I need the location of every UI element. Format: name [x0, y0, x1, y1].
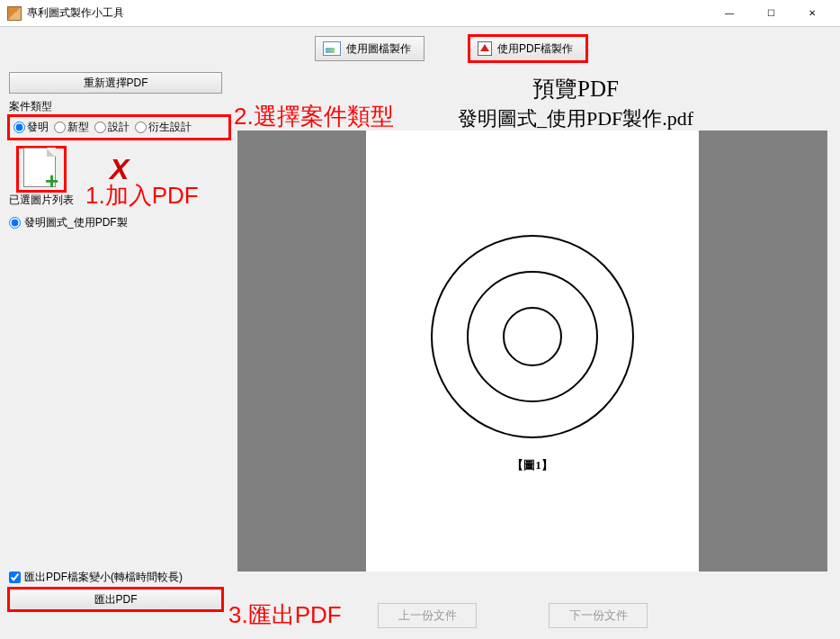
- radio-derived-input[interactable]: [135, 122, 147, 133]
- window-controls: ― ☐ ✕: [709, 0, 833, 27]
- left-panel: 重新選擇PDF 案件類型 發明 新型 設計 衍生設計 + X 已選圖片列表 發明…: [9, 72, 229, 610]
- radio-design-input[interactable]: [94, 122, 106, 133]
- case-type-radio-row: 發明 新型 設計 衍生設計: [9, 116, 229, 139]
- radio-invention-input[interactable]: [13, 122, 25, 133]
- shrink-checkbox-label: 匯出PDF檔案變小(轉檔時間較長): [24, 570, 183, 585]
- selected-list-label: 已選圖片列表: [9, 193, 229, 208]
- reselect-pdf-button[interactable]: 重新選擇PDF: [9, 72, 222, 94]
- file-list: 發明圖式_使用PDF製: [9, 213, 229, 564]
- annotation-2: 2.選擇案件類型: [234, 101, 394, 132]
- preview-filename: 發明圖式_使用PDF製作.pdf: [378, 105, 773, 132]
- annotation-3: 3.匯出PDF: [228, 599, 342, 631]
- delete-button[interactable]: X: [110, 153, 129, 186]
- top-button-row: 使用圖檔製作 使用PDF檔製作: [315, 36, 586, 61]
- radio-derived[interactable]: 衍生設計: [135, 120, 192, 135]
- prev-doc-button[interactable]: 上一份文件: [378, 603, 477, 628]
- use-pdf-label: 使用PDF檔製作: [497, 41, 573, 57]
- add-file-button[interactable]: +: [18, 148, 65, 191]
- export-pdf-button[interactable]: 匯出PDF: [9, 589, 222, 610]
- close-button[interactable]: ✕: [791, 0, 833, 27]
- image-icon: [323, 41, 341, 56]
- use-pdf-button[interactable]: 使用PDF檔製作: [469, 36, 586, 61]
- maximize-button[interactable]: ☐: [750, 0, 791, 27]
- content-area: 使用圖檔製作 使用PDF檔製作 重新選擇PDF 案件類型 發明 新型 設計 衍生…: [0, 27, 840, 639]
- nav-buttons: 上一份文件 下一份文件: [378, 603, 648, 628]
- pdf-page: 【圖1】: [366, 130, 699, 572]
- shrink-checkbox-row[interactable]: 匯出PDF檔案變小(轉檔時間較長): [9, 570, 229, 585]
- radio-invention[interactable]: 發明: [13, 120, 49, 135]
- pdf-preview-area: 【圖1】: [237, 130, 827, 572]
- pdf-icon: [478, 41, 492, 56]
- svg-point-0: [432, 236, 633, 437]
- list-item[interactable]: 發明圖式_使用PDF製: [9, 213, 229, 232]
- app-icon: [7, 6, 22, 21]
- plus-icon: +: [45, 173, 65, 193]
- radio-utility-input[interactable]: [54, 122, 66, 133]
- use-image-label: 使用圖檔製作: [346, 41, 411, 57]
- svg-point-1: [468, 272, 597, 401]
- window-title: 專利圖式製作小工具: [27, 5, 709, 21]
- minimize-button[interactable]: ―: [709, 0, 750, 27]
- preview-header: 預覽PDF 發明圖式_使用PDF製作.pdf: [378, 74, 773, 132]
- next-doc-button[interactable]: 下一份文件: [549, 603, 648, 628]
- radio-utility[interactable]: 新型: [54, 120, 89, 135]
- icon-row: + X: [9, 148, 229, 191]
- figure-label: 【圖1】: [512, 457, 553, 473]
- preview-title: 預覽PDF: [378, 74, 773, 104]
- case-type-label: 案件類型: [9, 99, 229, 114]
- figure-circles-icon: [424, 229, 640, 445]
- titlebar: 專利圖式製作小工具 ― ☐ ✕: [0, 0, 840, 27]
- case-type-group: 案件類型 發明 新型 設計 衍生設計: [9, 99, 229, 139]
- list-item-radio[interactable]: [9, 217, 21, 229]
- svg-point-2: [504, 308, 561, 365]
- radio-design[interactable]: 設計: [94, 120, 130, 135]
- shrink-checkbox[interactable]: [9, 572, 21, 583]
- list-item-label: 發明圖式_使用PDF製: [24, 215, 128, 230]
- use-image-button[interactable]: 使用圖檔製作: [315, 36, 424, 61]
